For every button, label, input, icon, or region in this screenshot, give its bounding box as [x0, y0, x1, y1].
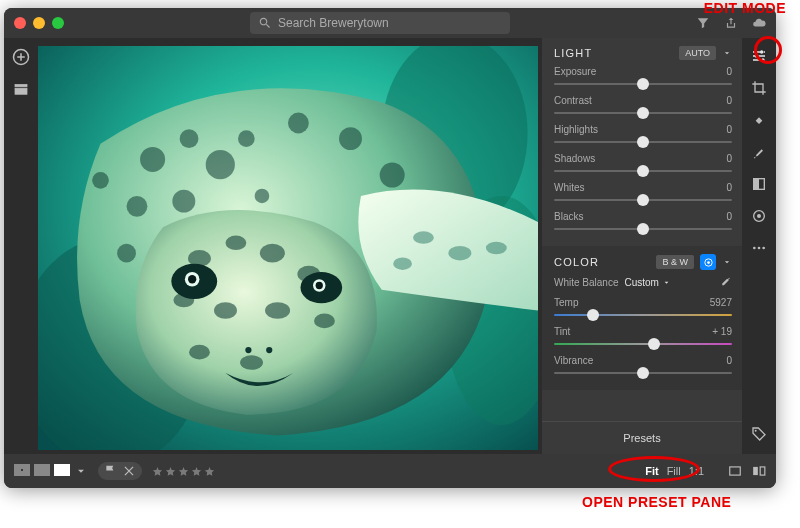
single-view-icon[interactable] [54, 464, 70, 476]
slider-value: 5927 [710, 297, 732, 308]
svg-point-45 [707, 261, 710, 264]
svg-point-52 [757, 214, 761, 218]
svg-point-55 [762, 247, 765, 250]
zoom-fit[interactable]: Fit [645, 465, 658, 477]
original-toggle-icon[interactable] [728, 464, 742, 478]
chevron-down-icon[interactable] [74, 464, 88, 478]
slider-row: Highlights0 [554, 124, 732, 147]
image-canvas[interactable] [38, 46, 538, 450]
zoom-11[interactable]: 1:1 [689, 465, 704, 477]
svg-point-35 [240, 355, 263, 370]
healing-icon[interactable] [751, 112, 767, 128]
slider-track[interactable] [554, 339, 732, 349]
slider-track[interactable] [554, 368, 732, 378]
slider-track[interactable] [554, 195, 732, 205]
slider-row: Exposure0 [554, 66, 732, 89]
svg-point-12 [238, 130, 255, 147]
slider-thumb[interactable] [637, 194, 649, 206]
brush-icon[interactable] [751, 144, 767, 160]
slider-thumb[interactable] [648, 338, 660, 350]
slider-value: 0 [726, 124, 732, 135]
svg-point-14 [339, 127, 362, 150]
svg-point-41 [316, 282, 323, 289]
slider-label: Blacks [554, 211, 583, 222]
auto-chip[interactable]: AUTO [679, 46, 716, 60]
compare-icon[interactable] [752, 464, 766, 478]
tag-icon[interactable] [751, 426, 767, 442]
slider-row: Contrast0 [554, 95, 732, 118]
footer-bar: Fit Fill 1:1 [4, 454, 776, 488]
annotation-open-preset: OPEN PRESET PANE [582, 494, 731, 510]
slider-label: Shadows [554, 153, 595, 164]
svg-point-11 [172, 190, 195, 213]
light-section: LIGHT AUTO Exposure0Contrast0Highlights0… [542, 38, 742, 246]
add-icon[interactable] [12, 48, 30, 66]
svg-point-46 [760, 50, 763, 53]
svg-point-23 [448, 246, 471, 261]
svg-point-22 [413, 231, 434, 244]
cloud-icon[interactable] [752, 16, 766, 30]
window-controls [14, 17, 64, 29]
slider-thumb[interactable] [637, 223, 649, 235]
svg-rect-57 [730, 467, 741, 475]
color-mixer-icon[interactable] [700, 254, 716, 270]
svg-point-28 [260, 244, 285, 263]
square-grid-icon[interactable] [34, 464, 50, 476]
slider-track[interactable] [554, 166, 732, 176]
svg-point-18 [255, 189, 270, 204]
svg-point-43 [266, 347, 272, 353]
grid-view-icon[interactable] [14, 464, 30, 476]
slider-thumb[interactable] [637, 107, 649, 119]
slider-row: Whites0 [554, 182, 732, 205]
eyedropper-icon[interactable] [719, 276, 732, 289]
minimize-window-button[interactable] [33, 17, 45, 29]
svg-point-54 [758, 247, 761, 250]
slider-thumb[interactable] [637, 136, 649, 148]
slider-track[interactable] [554, 224, 732, 234]
slider-track[interactable] [554, 310, 732, 320]
color-section: COLOR B & W White Balance Custom Temp592… [542, 246, 742, 390]
svg-point-27 [226, 236, 247, 251]
filter-icon[interactable] [696, 16, 710, 30]
presets-button[interactable]: Presets [542, 421, 742, 454]
library-icon[interactable] [12, 80, 30, 98]
wb-dropdown[interactable]: Custom [624, 277, 670, 288]
light-title: LIGHT [554, 47, 592, 59]
linear-gradient-icon[interactable] [751, 176, 767, 192]
slider-thumb[interactable] [637, 78, 649, 90]
slider-track[interactable] [554, 137, 732, 147]
crop-icon[interactable] [751, 80, 767, 96]
slider-row: Blacks0 [554, 211, 732, 234]
edit-sliders-icon[interactable] [751, 48, 767, 64]
svg-point-21 [92, 172, 109, 189]
view-mode-group [14, 464, 88, 478]
slider-row: Tint+ 19 [554, 326, 732, 349]
svg-point-47 [755, 54, 758, 57]
zoom-fill[interactable]: Fill [667, 465, 681, 477]
slider-thumb[interactable] [637, 165, 649, 177]
slider-value: 0 [726, 211, 732, 222]
slider-label: Contrast [554, 95, 592, 106]
radial-gradient-icon[interactable] [751, 208, 767, 224]
slider-label: Tint [554, 326, 570, 337]
bw-chip[interactable]: B & W [656, 255, 694, 269]
star-rating[interactable] [152, 466, 215, 477]
share-icon[interactable] [724, 16, 738, 30]
more-icon[interactable] [751, 240, 767, 256]
slider-track[interactable] [554, 79, 732, 89]
slider-track[interactable] [554, 108, 732, 118]
slider-thumb[interactable] [587, 309, 599, 321]
svg-point-24 [486, 242, 507, 255]
color-title: COLOR [554, 256, 599, 268]
svg-point-32 [265, 302, 290, 319]
svg-point-38 [188, 275, 196, 283]
search-input[interactable]: Search Brewerytown [250, 12, 510, 34]
flag-filter[interactable] [98, 462, 142, 480]
close-window-button[interactable] [14, 17, 26, 29]
maximize-window-button[interactable] [52, 17, 64, 29]
chevron-down-icon[interactable] [722, 48, 732, 58]
search-icon [258, 16, 272, 30]
slider-thumb[interactable] [637, 367, 649, 379]
svg-point-7 [140, 147, 165, 172]
chevron-down-icon[interactable] [722, 257, 732, 267]
